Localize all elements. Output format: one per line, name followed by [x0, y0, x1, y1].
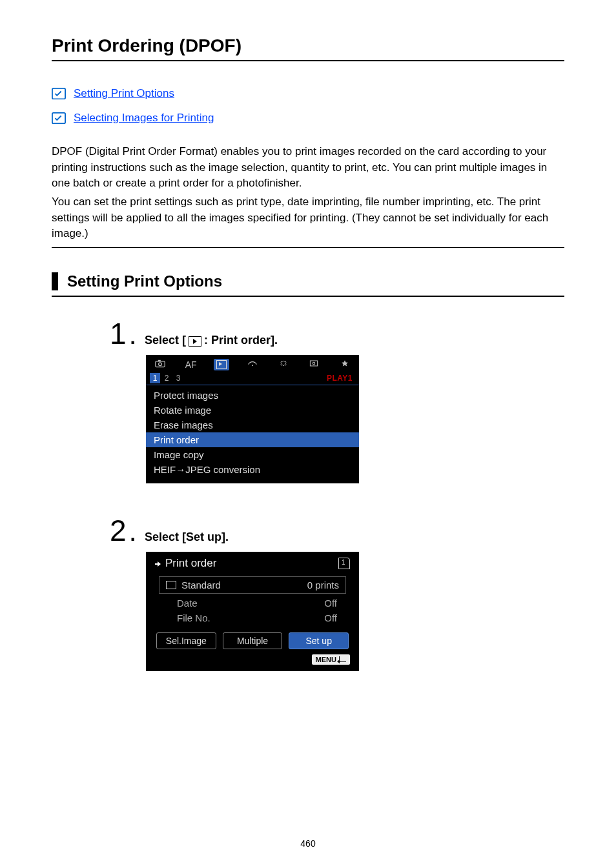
menu-item-rotate-image: Rotate image [146, 403, 359, 418]
print-order-screenshot: Print order Standard 0 prints Date Off F… [146, 552, 359, 671]
menu-return-label: MENU [316, 656, 336, 663]
date-value: Off [324, 598, 337, 609]
toc-list: Setting Print Options Selecting Images f… [52, 87, 564, 125]
playback-tab-selected-icon [214, 359, 229, 370]
print-order-fileno-row: File No. Off [177, 612, 337, 623]
link-mark-icon [52, 112, 66, 124]
multiple-button: Multiple [223, 632, 283, 649]
custom-tab-icon [306, 359, 322, 370]
toc-link-selecting-images[interactable]: Selecting Images for Printing [74, 112, 214, 125]
standard-print-icon [166, 581, 176, 589]
camera-menu-separator [146, 385, 359, 385]
toc-item-setting-print-options: Setting Print Options [52, 87, 564, 100]
step-1: 1 . Select [ : Print order]. AF [110, 319, 564, 483]
print-order-menu-back: MENU [146, 654, 350, 665]
page-number: 460 [0, 838, 616, 849]
link-mark-icon [52, 88, 66, 99]
section-heading-bar [52, 272, 58, 290]
toc-item-selecting-images: Selecting Images for Printing [52, 112, 564, 125]
menu-return-badge: MENU [312, 654, 350, 665]
camera-menu-list: Protect images Rotate image Erase images… [146, 387, 359, 483]
camera-top-tabs: AF [146, 355, 359, 373]
print-order-icon [155, 561, 161, 567]
subtab-2: 2 [161, 373, 172, 383]
intro-paragraph-1: DPOF (Digital Print Order Format) enable… [52, 144, 564, 192]
af-tab-label: AF [183, 359, 199, 370]
print-order-date-row: Date Off [177, 598, 337, 609]
playback-icon [189, 336, 201, 347]
step-1-title-pre: Select [ [145, 334, 186, 347]
standard-value: 0 prints [307, 580, 339, 590]
set-up-button: Set up [289, 632, 349, 649]
subtab-label: PLAY1 [327, 374, 353, 383]
step-1-number: 1 [110, 319, 127, 348]
print-order-header: Print order [146, 552, 359, 574]
intro-paragraph-2: You can set the print settings such as p… [52, 194, 564, 242]
menu-item-protect-images: Protect images [146, 388, 359, 403]
fileno-label: File No. [177, 612, 210, 623]
menu-item-print-order: Print order [146, 432, 359, 447]
svg-rect-6 [311, 361, 318, 366]
sd-card-icon [338, 558, 350, 569]
intro-divider [52, 247, 564, 248]
toc-link-setting-print-options[interactable]: Setting Print Options [74, 87, 174, 100]
subtab-3: 3 [173, 373, 183, 383]
subtab-1: 1 [150, 373, 160, 383]
svg-rect-2 [156, 361, 165, 367]
step-2-header: 2 . Select [Set up]. [110, 516, 564, 545]
step-1-dot: . [130, 328, 136, 347]
svg-rect-4 [158, 360, 161, 361]
page-title: Print Ordering (DPOF) [52, 35, 564, 61]
wireless-tab-icon [245, 359, 260, 370]
return-icon [339, 656, 346, 662]
setup-tab-icon [276, 359, 291, 370]
camera-tab-icon [152, 359, 168, 370]
svg-point-7 [313, 363, 316, 365]
menu-item-erase-images: Erase images [146, 418, 359, 432]
menu-item-heif-jpeg: HEIF→JPEG conversion [146, 462, 359, 477]
fileno-value: Off [324, 612, 337, 623]
print-order-title: Print order [165, 557, 216, 570]
step-2: 2 . Select [Set up]. Print order Standar… [110, 516, 564, 671]
svg-point-5 [252, 365, 253, 367]
section-heading-text: Setting Print Options [67, 272, 222, 290]
step-2-title: Select [Set up]. [145, 530, 229, 544]
svg-point-3 [159, 363, 162, 366]
print-order-buttons: Sel.Image Multiple Set up [156, 632, 349, 649]
step-1-title-post: : Print order]. [204, 334, 278, 347]
standard-label: Standard [181, 580, 221, 590]
step-2-dot: . [130, 525, 136, 544]
menu-item-image-copy: Image copy [146, 447, 359, 462]
mymenu-tab-icon [337, 359, 353, 370]
camera-menu-screenshot: AF 1 2 3 [146, 355, 359, 483]
date-label: Date [177, 598, 198, 609]
camera-sub-tabs: 1 2 3 PLAY1 [146, 373, 359, 385]
step-1-title: Select [ : Print order]. [145, 334, 278, 347]
step-2-number: 2 [110, 516, 127, 545]
sel-image-button: Sel.Image [156, 632, 216, 649]
step-1-header: 1 . Select [ : Print order]. [110, 319, 564, 348]
print-order-standard-row: Standard 0 prints [159, 576, 346, 594]
section-heading-setting-print-options: Setting Print Options [52, 272, 564, 297]
